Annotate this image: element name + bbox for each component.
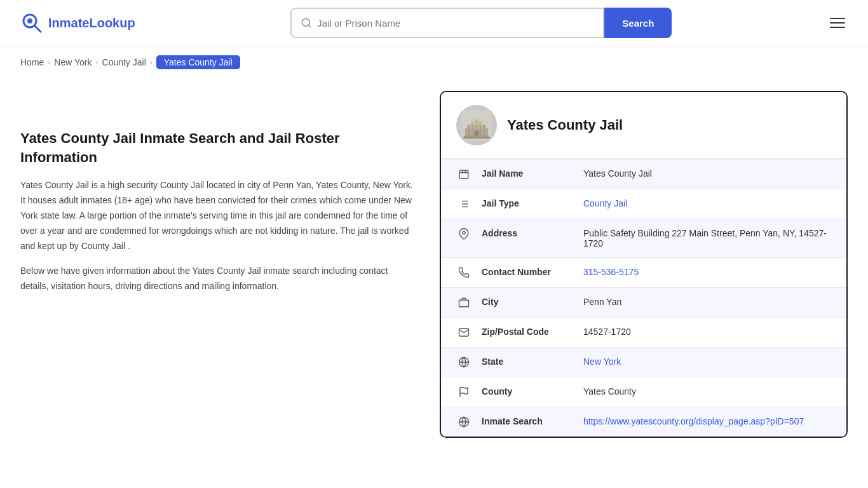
row-value-link[interactable]: https://www.yatescounty.org/display_page… [583, 416, 804, 426]
hamburger-menu[interactable] [827, 15, 848, 30]
logo-text: InmateLookup [48, 16, 135, 30]
search-area: Search [290, 8, 672, 38]
row-label: Address [474, 219, 576, 247]
row-value-link[interactable]: New York [583, 356, 621, 367]
row-value: New York [576, 348, 846, 376]
svg-point-2 [27, 18, 32, 24]
info-row: StateNew York [441, 347, 846, 377]
search-input[interactable] [317, 18, 594, 29]
row-value: Public Safety Building 227 Main Street, … [576, 219, 846, 257]
row-label: City [474, 288, 576, 316]
svg-rect-13 [484, 125, 485, 137]
info-row: CityPenn Yan [441, 287, 846, 317]
svg-rect-16 [463, 137, 490, 139]
chevron-icon-1: › [48, 58, 50, 67]
row-label: Zip/Postal Code [474, 318, 576, 346]
row-value-link[interactable]: 315-536-5175 [583, 267, 639, 277]
page-desc-1: Yates County Jail is a high security Cou… [20, 178, 414, 254]
svg-rect-17 [459, 170, 468, 179]
site-header: InmateLookup Search [0, 0, 868, 46]
info-rows: Jail NameYates County JailJail TypeCount… [441, 159, 846, 437]
breadcrumb-category[interactable]: County Jail [102, 57, 146, 67]
row-value: Yates County Jail [576, 159, 846, 187]
breadcrumb-current: Yates County Jail [156, 55, 240, 69]
row-value-link[interactable]: County Jail [583, 198, 627, 208]
svg-point-3 [302, 18, 310, 26]
row-value: Penn Yan [576, 288, 846, 316]
svg-line-1 [34, 25, 41, 32]
row-label: County [474, 377, 576, 405]
info-row: Inmate Searchhttps://www.yatescounty.org… [441, 407, 846, 437]
info-row: CountyYates County [441, 377, 846, 407]
logo-link[interactable]: InmateLookup [20, 11, 135, 34]
info-row: AddressPublic Safety Building 227 Main S… [441, 219, 846, 257]
row-icon-building [441, 159, 474, 189]
left-column: Yates County Jail Inmate Search and Jail… [20, 91, 414, 438]
info-row: Contact Number315-536-5175 [441, 257, 846, 287]
right-column: Yates County Jail Jail NameYates County … [440, 91, 848, 438]
row-value: Yates County [576, 377, 846, 405]
hamburger-line-1 [830, 18, 845, 19]
info-row: Zip/Postal Code14527-1720 [441, 317, 846, 347]
row-value: https://www.yatescounty.org/display_page… [576, 407, 846, 435]
chevron-icon-3: › [150, 58, 153, 67]
hamburger-line-3 [830, 27, 845, 28]
svg-rect-25 [459, 300, 469, 307]
chevron-icon-2: › [96, 58, 98, 67]
row-icon-map-pin [441, 219, 474, 248]
hamburger-line-2 [830, 22, 845, 24]
row-icon-search-globe [441, 407, 474, 437]
row-label: Jail Name [474, 159, 576, 187]
search-icon [301, 17, 312, 29]
row-value: County Jail [576, 189, 846, 217]
main-content: Yates County Jail Inmate Search and Jail… [0, 78, 868, 463]
jail-avatar [456, 105, 497, 146]
search-wrapper [290, 8, 604, 38]
row-icon-phone [441, 258, 474, 287]
row-label: State [474, 348, 576, 376]
card-header: Yates County Jail [441, 92, 846, 159]
row-label: Inmate Search [474, 407, 576, 435]
page-title: Yates County Jail Inmate Search and Jail… [20, 129, 414, 166]
row-icon-city [441, 288, 474, 317]
search-button[interactable]: Search [604, 8, 672, 38]
breadcrumb-home[interactable]: Home [20, 57, 44, 67]
svg-point-24 [463, 231, 466, 234]
row-icon-list [441, 189, 474, 219]
info-row: Jail NameYates County Jail [441, 159, 846, 189]
logo-icon [20, 11, 43, 34]
row-icon-globe [441, 348, 474, 377]
row-icon-mail [441, 318, 474, 347]
row-value: 315-536-5175 [576, 258, 846, 286]
jail-image [461, 110, 492, 140]
info-card: Yates County Jail Jail NameYates County … [440, 91, 848, 438]
row-icon-flag [441, 377, 474, 407]
breadcrumb: Home › New York › County Jail › Yates Co… [0, 46, 868, 78]
info-row: Jail TypeCounty Jail [441, 189, 846, 219]
row-label: Jail Type [474, 189, 576, 217]
svg-rect-9 [468, 125, 470, 137]
svg-rect-10 [472, 125, 474, 137]
row-label: Contact Number [474, 258, 576, 286]
svg-rect-8 [475, 119, 478, 123]
breadcrumb-state[interactable]: New York [54, 57, 92, 67]
row-value: 14527-1720 [576, 318, 846, 346]
page-desc-2: Below we have given information about th… [20, 264, 414, 294]
card-title: Yates County Jail [507, 117, 623, 133]
svg-rect-15 [465, 136, 489, 137]
svg-rect-12 [480, 125, 482, 137]
